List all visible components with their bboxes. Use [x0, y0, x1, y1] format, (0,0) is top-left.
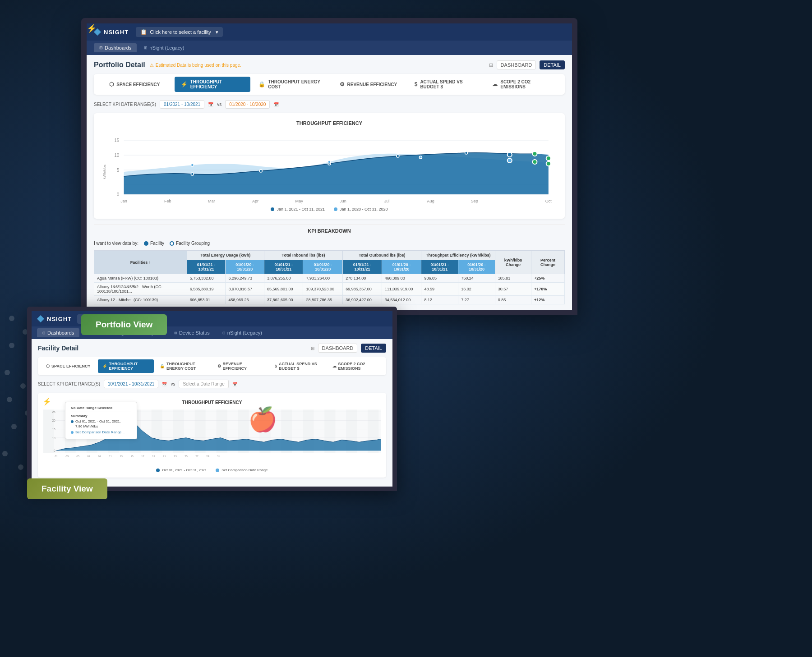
svg-text:Aug: Aug [427, 199, 434, 203]
facility-date-range-label: SELECT KPI DATE RANGE(S) [38, 381, 100, 386]
kpi-tab-throughput[interactable]: ⚡ THROUGHPUT EFFICIENCY [175, 77, 251, 92]
facility-legend-comparison: Set Comparison Date Range [216, 468, 268, 472]
tooltip-no-date: No Date Range Selected [71, 406, 131, 410]
legend-item-2021: Jan 1, 2021 - Oct 31, 2021 [271, 207, 325, 211]
kpi-tab-space-label: SPACE EFFICIENCY [116, 82, 160, 87]
radio-facility[interactable]: Facility [144, 241, 164, 246]
radio-grouping[interactable]: Facility Grouping [170, 241, 210, 246]
svg-point-22 [546, 161, 551, 166]
facility-page-content: Facility Detail ⊞ DASHBOARD DETAIL ⬡ SPA… [32, 339, 392, 487]
energy-21-1: 5,753,332.80 [187, 274, 226, 283]
facility-page-title: Facility Detail [38, 345, 78, 352]
facility-kpi-space[interactable]: ⬡ SPACE EFFICIENCY [40, 359, 97, 373]
portfolio-chart-container: 15 10 5 0 [101, 131, 558, 203]
portfolio-kpi-tabs: ⬡ SPACE EFFICIENCY ⚡ THROUGHPUT EFFICIEN… [94, 74, 565, 95]
throughput-icon: ⚡ [181, 81, 188, 87]
facility-date-range-primary[interactable]: 10/1/2021 - 10/31/2021 [104, 380, 158, 388]
svg-point-18 [328, 161, 331, 163]
detail-toggle-btn[interactable]: DETAIL [540, 60, 565, 69]
facility-dashboard-btn[interactable]: DASHBOARD [318, 344, 358, 353]
col-kwh-change: kWh/klbs Change [495, 251, 531, 274]
kpi-tab-revenue[interactable]: ⚙ REVENUE EFFICIENCY [330, 77, 406, 92]
estimated-data-badge: ⚠ Estimated Data is being used on this p… [150, 63, 241, 68]
facility-chart-legend: Oct 01, 2021 - Oct 31, 2021 Set Comparis… [43, 468, 381, 472]
facility-kpi-energy-cost[interactable]: 🔒 THROUGHPUT ENERGY COST [155, 359, 212, 373]
facility-legend-primary: Oct 01, 2021 - Oct 31, 2021 [156, 468, 207, 472]
facility-nav-nsight[interactable]: ⊞ nSight (Legacy) [217, 328, 268, 337]
facility-legend-dot-primary [156, 469, 160, 472]
col-facilities: Facilities ↑ [94, 251, 187, 274]
svg-text:05: 05 [77, 455, 79, 458]
svg-text:27: 27 [195, 455, 198, 458]
facility-kpi-scope2[interactable]: ☁ SCOPE 2 CO2 EMISSIONS [328, 359, 384, 373]
radio-grouping-label: Facility Grouping [176, 241, 210, 246]
radio-grouping-dot [170, 241, 174, 246]
svg-text:21: 21 [163, 455, 166, 458]
date-range-primary[interactable]: 01/2021 - 10/2021 [160, 100, 204, 109]
nav-tab-dashboards[interactable]: ⊞ Dashboards [94, 43, 137, 52]
facility-nav-device[interactable]: ⊞ Device Status [169, 328, 215, 337]
kpi-tab-scope2[interactable]: ☁ SCOPE 2 CO2 EMISSIONS [486, 77, 562, 92]
svg-text:19: 19 [152, 455, 155, 458]
facility-selector[interactable]: 📋 Click here to select a facility ▾ [136, 27, 223, 37]
kpi-tab-space[interactable]: ⬡ SPACE EFFICIENCY [97, 77, 173, 92]
facility-kpi-actual-spend[interactable]: $ ACTUAL SPEND VS BUDGET $ [270, 359, 327, 373]
scope2-icon: ☁ [492, 81, 498, 87]
facility-nav-dashboards[interactable]: ⊞ Dashboards [37, 328, 79, 337]
legend-label-2021: Jan 1, 2021 - Oct 31, 2021 [277, 207, 325, 211]
svg-rect-35 [43, 409, 54, 453]
date-range-comparison[interactable]: 01/2020 - 10/2020 [225, 100, 270, 109]
dashboard-toggle-btn[interactable]: DASHBOARD [497, 60, 536, 69]
col-total-energy: Total Energy Usage (kWh) [187, 251, 264, 260]
vs-label: vs [217, 102, 221, 107]
svg-text:11: 11 [109, 455, 111, 458]
facility-kpi-throughput[interactable]: ⚡ THROUGHPUT EFFICIENCY [98, 359, 154, 373]
inbound-20-2: 109,370,523.00 [303, 283, 343, 296]
chart-legend: Jan 1, 2021 - Oct 31, 2021 Jan 1, 2020 -… [101, 207, 558, 211]
kpi-tab-actual-spend[interactable]: $ ACTUAL SPEND VS BUDGET $ [408, 77, 484, 92]
data-by-label: I want to view data by: [94, 241, 138, 246]
svg-text:Feb: Feb [164, 199, 171, 203]
pct-change-1: +25% [531, 274, 565, 283]
svg-text:29: 29 [206, 455, 209, 458]
kpi-tab-scope2-label: SCOPE 2 CO2 EMISSIONS [500, 79, 556, 89]
facility-kpi-revenue-label: REVENUE EFFICIENCY [223, 362, 265, 371]
nav-tab-nsight[interactable]: ⊞ nSight (Legacy) [138, 43, 189, 52]
facility-kpi-scope2-label: SCOPE 2 CO2 EMISSIONS [338, 362, 380, 371]
app-logo: NSIGHT [94, 28, 129, 36]
svg-point-12 [397, 155, 399, 157]
svg-text:09: 09 [98, 455, 101, 458]
facility-detail-btn[interactable]: DETAIL [361, 344, 386, 353]
actual-spend-icon: $ [415, 81, 418, 87]
table-row: Albany 1&6/12/4&5/5/2 - Worth (CC: 10013… [94, 283, 565, 296]
facility-date-range-comparison[interactable]: Select a Date Range [179, 380, 228, 388]
svg-text:03: 03 [66, 455, 69, 458]
tooltip-dot-primary [71, 420, 74, 423]
space-icon: ⬡ [109, 81, 114, 87]
tooltip-summary-value: Oct 01, 2021 - Oct 31, 2021: [75, 419, 121, 423]
table-row: Albany 12 - Mitchell (CC: 100139) 606,85… [94, 296, 565, 304]
radio-facility-dot [144, 241, 148, 246]
portfolio-monitor: NSIGHT 📋 Click here to select a facility… [81, 18, 577, 335]
kpi-tab-energy-cost[interactable]: 🔒 THROUGHPUT ENERGY COST [252, 77, 328, 92]
svg-text:Mar: Mar [208, 199, 215, 203]
svg-point-10 [259, 170, 262, 172]
nav-tab-nsight-label: nSight (Legacy) [149, 45, 184, 51]
eff-21-2: 48.59 [421, 283, 458, 296]
eff-20-2: 16.02 [458, 283, 495, 296]
sub-header-te20: 01/01/20 - 10/31/20 [458, 260, 495, 274]
tooltip-set-comparison[interactable]: Set Comparison Date Range... [75, 430, 125, 434]
svg-text:Oct: Oct [545, 199, 552, 203]
facility-name-3: Albany 12 - Mitchell (CC: 100139) [94, 296, 187, 304]
change-3: 0.85 [495, 296, 531, 304]
data-by-row: I want to view data by: Facility Facilit… [94, 241, 565, 246]
svg-text:13: 13 [120, 455, 122, 458]
facility-nav-device-label: Device Status [179, 330, 210, 335]
eff-20-3: 7.27 [458, 296, 495, 304]
svg-text:15: 15 [130, 455, 133, 458]
facility-legend-label-comparison: Set Comparison Date Range [221, 468, 268, 472]
svg-point-15 [532, 152, 537, 156]
facility-date-range-row: SELECT KPI DATE RANGE(S) 10/1/2021 - 10/… [38, 380, 386, 388]
radio-facility-label: Facility [150, 241, 164, 246]
facility-kpi-revenue[interactable]: ⚙ REVENUE EFFICIENCY [213, 359, 269, 373]
